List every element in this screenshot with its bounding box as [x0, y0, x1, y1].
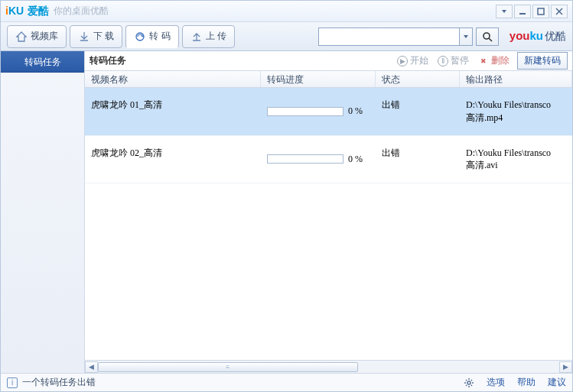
search-button[interactable] — [476, 28, 499, 46]
scroll-left-button[interactable]: ◀ — [85, 361, 98, 373]
cell-output: D:\Youku Files\transco 高清.mp4 — [460, 99, 572, 125]
play-icon: ▶ — [397, 56, 408, 66]
maximize-button[interactable] — [532, 5, 549, 18]
main-toolbar: 视频库 下 载 转 码 上 传 youku优酷 — [1, 22, 572, 51]
upload-icon — [190, 31, 203, 43]
th-status[interactable]: 状态 — [376, 71, 460, 87]
table-row[interactable]: 虎啸龙吟 01_高清 0 % 出错 D:\Youku Files\transco… — [85, 88, 572, 136]
start-button[interactable]: ▶开始 — [392, 54, 433, 67]
horizontal-scrollbar[interactable]: ◀ ≡ ▶ — [85, 360, 572, 373]
tab-upload[interactable]: 上 传 — [182, 25, 235, 48]
svg-rect-0 — [519, 13, 526, 15]
th-name[interactable]: 视频名称 — [85, 71, 261, 87]
tab-download[interactable]: 下 载 — [70, 25, 122, 48]
tab-transcode[interactable]: 转 码 — [125, 25, 178, 48]
pause-button[interactable]: Ⅱ暂停 — [433, 54, 474, 67]
gear-icon — [464, 377, 474, 388]
tab-label: 转 码 — [149, 30, 170, 43]
transcode-icon — [134, 31, 146, 43]
th-output[interactable]: 输出路径 — [460, 71, 572, 87]
cell-name: 虎啸龙吟 02_高清 — [85, 147, 261, 173]
help-link[interactable]: 帮助 — [517, 376, 536, 389]
subheader: 转码任务 ▶开始 Ⅱ暂停 ✖删除 新建转码 — [85, 51, 572, 71]
svg-point-4 — [467, 381, 470, 384]
close-button[interactable] — [551, 5, 568, 18]
scroll-track[interactable]: ≡ — [98, 361, 559, 373]
feedback-link[interactable]: 建议 — [548, 376, 566, 389]
table-header: 视频名称 转码进度 状态 输出路径 — [85, 71, 572, 88]
status-message: 一个转码任务出错 — [22, 376, 96, 389]
scroll-thumb[interactable]: ≡ — [98, 362, 358, 372]
statusbar: i 一个转码任务出错 选项 帮助 建议 — [1, 373, 572, 391]
home-icon — [15, 31, 28, 43]
download-icon — [78, 31, 90, 43]
progress-text: 0 % — [348, 105, 363, 117]
sidebar-item-transcode-tasks[interactable]: 转码任务 — [1, 51, 84, 73]
info-icon: i — [7, 377, 18, 388]
app-logo: iKU 爱酷 — [5, 5, 49, 18]
tab-label: 上 传 — [206, 30, 226, 43]
titlebar: iKU 爱酷 你的桌面优酷 — [1, 1, 572, 22]
cell-progress: 0 % — [261, 147, 376, 173]
dropdown-button[interactable] — [496, 5, 513, 18]
task-list: 虎啸龙吟 01_高清 0 % 出错 D:\Youku Files\transco… — [85, 88, 572, 360]
svg-rect-1 — [538, 8, 544, 15]
app-tagline: 你的桌面优酷 — [54, 5, 109, 18]
delete-icon: ✖ — [478, 56, 489, 66]
svg-point-3 — [483, 33, 490, 39]
tab-label: 下 载 — [93, 30, 114, 43]
minimize-button[interactable] — [514, 5, 531, 18]
delete-button[interactable]: ✖删除 — [474, 54, 514, 67]
search-icon — [481, 31, 493, 43]
progress-text: 0 % — [348, 154, 363, 165]
progress-bar — [267, 154, 343, 164]
cell-status: 出错 — [376, 147, 460, 173]
th-progress[interactable]: 转码进度 — [261, 71, 376, 87]
options-link[interactable]: 选项 — [487, 376, 505, 389]
progress-bar — [267, 107, 343, 116]
tab-library[interactable]: 视频库 — [7, 25, 67, 48]
tab-label: 视频库 — [31, 30, 58, 43]
main-panel: 转码任务 ▶开始 Ⅱ暂停 ✖删除 新建转码 视频名称 转码进度 状态 输出路径 … — [85, 51, 572, 373]
cell-name: 虎啸龙吟 01_高清 — [85, 99, 261, 125]
sidebar: 转码任务 — [1, 51, 85, 373]
scroll-right-button[interactable]: ▶ — [559, 361, 572, 373]
pause-icon: Ⅱ — [438, 56, 448, 66]
app-name-cn: 爱酷 — [28, 5, 49, 17]
cell-output: D:\Youku Files\transco 高清.avi — [460, 147, 572, 173]
sidebar-item-label: 转码任务 — [24, 57, 61, 67]
new-transcode-button[interactable]: 新建转码 — [517, 52, 568, 70]
table-row[interactable]: 虎啸龙吟 02_高清 0 % 出错 D:\Youku Files\transco… — [85, 136, 572, 184]
youku-logo[interactable]: youku优酷 — [510, 29, 566, 44]
search-input[interactable] — [318, 28, 460, 46]
cell-status: 出错 — [376, 99, 460, 125]
search-dropdown-button[interactable] — [459, 28, 473, 46]
panel-title: 转码任务 — [90, 54, 126, 67]
cell-progress: 0 % — [261, 99, 376, 125]
